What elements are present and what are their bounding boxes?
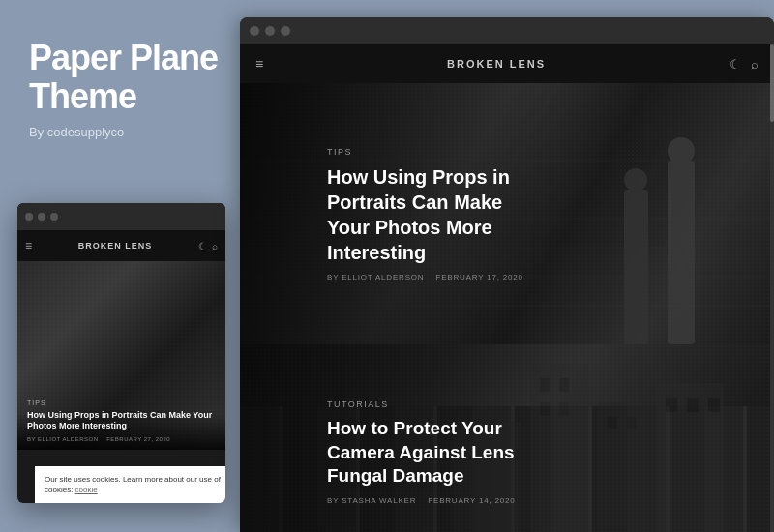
small-nav-title: BROKEN LENS — [32, 241, 198, 251]
dot-green — [50, 213, 58, 221]
hero-title[interactable]: How Using Props in Portraits Can Make Yo… — [327, 164, 540, 265]
browser-dot-2 — [265, 26, 275, 36]
small-nav-right: ☾ ⌕ — [198, 241, 218, 251]
small-preview-titlebar — [17, 203, 225, 230]
site-nav: ≡ BROKEN LENS ☾ ⌕ — [240, 44, 774, 83]
hero-author: BY ELLIOT ALDERSON — [327, 273, 424, 281]
second-author: BY STASHA WALKER — [327, 497, 416, 506]
small-article-meta: BY ELLIOT ALDERSON FEBRUARY 27, 2020 — [27, 436, 216, 442]
small-hamburger-icon: ≡ — [25, 239, 32, 252]
dot-red — [25, 213, 33, 221]
theme-by: By codesupplyco — [29, 125, 221, 139]
browser-window: ≡ BROKEN LENS ☾ ⌕ — [240, 17, 774, 532]
second-date: FEBRUARY 14, 2020 — [428, 497, 515, 506]
small-article-tag: TIPS — [27, 399, 216, 406]
scrollbar-thumb[interactable] — [770, 44, 774, 122]
second-article-meta: BY STASHA WALKER FEBRUARY 14, 2020 — [327, 497, 559, 506]
small-article-author: BY ELLIOT ALDERSON — [27, 436, 98, 442]
small-preview-card: ≡ BROKEN LENS ☾ ⌕ TIPS How Using Props i… — [17, 203, 225, 503]
browser-dot-1 — [250, 26, 259, 36]
hero-content: TIPS How Using Props in Portraits Can Ma… — [327, 147, 540, 281]
small-article-date: FEBRUARY 27, 2020 — [106, 436, 170, 442]
browser-dot-3 — [281, 26, 290, 36]
nav-site-title: BROKEN LENS — [263, 58, 729, 70]
nav-left: ≡ — [255, 56, 263, 72]
nav-hamburger-icon[interactable]: ≡ — [255, 56, 263, 72]
small-preview-overlay: TIPS How Using Props in Portraits Can Ma… — [17, 390, 225, 450]
scrollbar-track — [770, 44, 774, 532]
second-tag: TUTORIALS — [327, 399, 559, 409]
nav-right: ☾ ⌕ — [729, 57, 759, 72]
theme-title-line2: Theme — [29, 77, 221, 116]
small-nav-left: ≡ — [25, 239, 32, 252]
hero-date: FEBRUARY 17, 2020 — [435, 273, 522, 281]
second-content: TUTORIALS How to Protect Your Camera Aga… — [327, 399, 559, 505]
hero-tag: TIPS — [327, 147, 540, 157]
small-preview-nav: ≡ BROKEN LENS ☾ ⌕ — [17, 230, 225, 261]
hero-section: TIPS How Using Props in Portraits Can Ma… — [240, 83, 774, 344]
second-section: TUTORIALS How to Protect Your Camera Aga… — [240, 344, 774, 532]
cookie-banner: Our site uses cookies. Learn more about … — [35, 466, 225, 503]
nav-search-icon[interactable]: ⌕ — [751, 57, 759, 72]
browser-titlebar — [240, 17, 774, 44]
theme-title-line1: Paper Plane — [29, 39, 221, 77]
hero-meta: BY ELLIOT ALDERSON FEBRUARY 17, 2020 — [327, 273, 540, 281]
dot-yellow — [38, 213, 45, 221]
second-article-title[interactable]: How to Protect Your Camera Against Lens … — [327, 417, 559, 488]
nav-moon-icon[interactable]: ☾ — [729, 57, 741, 72]
cookie-message: Our site uses cookies. Learn more about … — [45, 475, 221, 494]
small-moon-icon: ☾ — [198, 241, 207, 251]
cookie-link[interactable]: cookie — [75, 486, 98, 494]
cookie-text: Our site uses cookies. Learn more about … — [45, 474, 223, 495]
small-article-title: How Using Props in Portraits Can Make Yo… — [27, 410, 216, 432]
small-preview-hero-image: TIPS How Using Props in Portraits Can Ma… — [17, 261, 225, 450]
small-search-icon: ⌕ — [212, 241, 218, 251]
